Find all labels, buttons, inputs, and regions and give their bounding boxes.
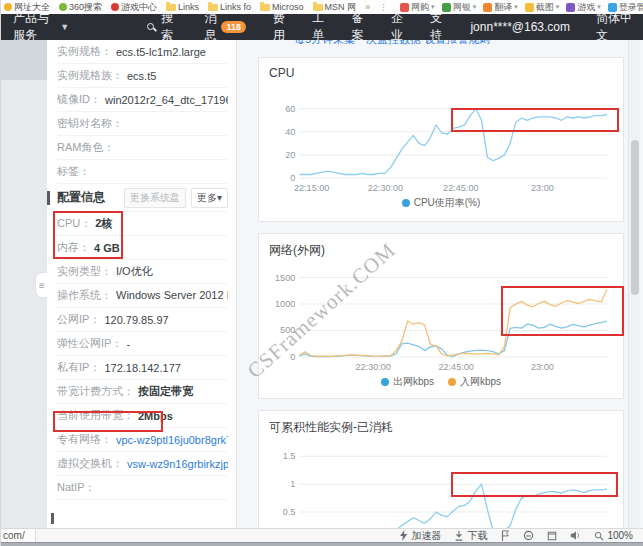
magnifier-icon	[594, 531, 604, 541]
console-navbar: 产品与服务 ▼ 搜索 消息 118 费用工单备案企业支持 jonn****@16…	[1, 14, 643, 40]
burst-credit-chart-canvas: 00.511.5	[269, 438, 613, 528]
search-button[interactable]: 搜索	[147, 10, 176, 44]
detail-row: NatIP：	[57, 476, 228, 500]
detail-row: 实例规格：ecs.t5-lc1m2.large	[57, 40, 228, 64]
window-bottom-edge	[1, 542, 643, 546]
download-button[interactable]: 下载	[454, 529, 487, 543]
nav-item[interactable]: 支持	[430, 10, 442, 44]
svg-text:22:30:00: 22:30:00	[355, 362, 390, 372]
chevron-down-icon: ▾	[556, 3, 560, 11]
browser-mode-button[interactable]	[523, 530, 534, 541]
game-favicon	[111, 3, 119, 11]
replace-system-disk-button[interactable]: 更换系统盘	[124, 188, 186, 208]
page-zoom-control[interactable]: 100%	[594, 530, 633, 541]
chevron-down-icon: ▾	[217, 192, 222, 203]
nav-item[interactable]: 备案	[352, 10, 364, 44]
panel-scrollbar-fragment[interactable]	[51, 513, 54, 524]
detail-value: I/O优化	[116, 264, 153, 279]
svg-text:1.5: 1.5	[283, 451, 296, 461]
scrollbar-thumb[interactable]	[631, 140, 639, 295]
restore-window-button[interactable]	[547, 531, 557, 541]
detail-value-link[interactable]: vpc-wz9ptl16ju0br8grk7yfa	[116, 434, 228, 446]
detail-row: 带宽计费方式：按固定带宽	[57, 380, 228, 404]
toolbar-icon	[483, 3, 492, 12]
window-icon	[547, 531, 557, 541]
detail-value: ecs.t5	[127, 70, 156, 82]
flag-icon	[500, 530, 510, 541]
detail-value: 4 GB	[94, 242, 120, 254]
instance-detail-panel: 实例规格：ecs.t5-lc1m2.large实例规格族：ecs.t5镜像ID：…	[47, 40, 237, 528]
detail-row: 内存：4 GB	[57, 236, 228, 260]
detail-value: 2核	[95, 216, 112, 231]
detail-row: 实例类型：I/O优化	[57, 260, 228, 284]
network-chart-title: 网络(外网)	[269, 242, 613, 259]
accelerator-button[interactable]: 加速器	[399, 529, 441, 543]
svg-text:0.5: 0.5	[283, 507, 296, 517]
detail-value: 2Mbps	[138, 410, 173, 422]
toolbar-icon	[525, 3, 534, 12]
nav-item[interactable]: 工单	[312, 10, 324, 44]
detail-row: 镜像ID：win2012r2_64_dtc_17196_z...	[57, 88, 228, 112]
svg-text:0: 0	[290, 352, 295, 362]
network-chart-panel: 网络(外网) 05001000150022:30:0022:45:0023:00…	[258, 233, 624, 399]
detail-row: 虚拟交换机：vsw-wz9n16grbirkzjpapt8ee	[57, 452, 228, 476]
detail-value: 172.18.142.177	[104, 362, 180, 374]
main-area: ≡ 实例规格：ecs.t5-lc1m2.large实例规格族：ecs.t5镜像I…	[1, 40, 643, 528]
network-chart-canvas: 05001000150022:30:0022:45:0023:00	[269, 261, 613, 373]
flag-button[interactable]	[500, 530, 510, 541]
legend-item: 入网kbps	[448, 375, 501, 389]
detail-value: 120.79.85.97	[104, 314, 168, 326]
messages-menu[interactable]: 消息 118	[204, 10, 246, 44]
globe-favicon	[4, 3, 12, 11]
toolbar-icon	[566, 3, 575, 12]
config-section-header: 配置信息 更换系统盘 更多▾	[57, 184, 228, 212]
chevron-down-icon: ▾	[473, 3, 477, 11]
svg-text:1000: 1000	[275, 299, 295, 309]
nav-item[interactable]: 企业	[391, 10, 403, 44]
detail-row: 实例规格族：ecs.t5	[57, 64, 228, 88]
config-section-title: 配置信息	[57, 189, 105, 206]
detail-row: RAM角色：	[57, 136, 228, 160]
browser-toolbar-item[interactable]: 网银▾	[442, 1, 477, 14]
lightning-icon	[399, 530, 408, 541]
monitoring-charts-area: 每5分钟采集一次监控数据 设置报警规则 CPU 020406022:15:002…	[237, 40, 628, 528]
mute-button[interactable]	[570, 530, 581, 541]
legend-item: 出网kbps	[381, 375, 434, 389]
detail-value: win2012r2_64_dtc_17196_z...	[105, 94, 228, 106]
svg-text:60: 60	[285, 104, 295, 114]
browser-toolbar-item[interactable]: 截图▾	[525, 1, 560, 14]
detail-row: 专有网络：vpc-wz9ptl16ju0br8grk7yfa	[57, 428, 228, 452]
detail-value: Windows Server 2012 R2 数...	[116, 288, 228, 303]
hamburger-icon: ≡	[39, 280, 45, 291]
link-target-hint: com/	[1, 529, 36, 542]
svg-text:0: 0	[290, 173, 295, 183]
cpu-chart-panel: CPU 020406022:15:0022:30:0022:45:0023:00…	[258, 57, 624, 222]
search-icon	[147, 23, 156, 32]
more-button[interactable]: 更多▾	[191, 188, 228, 208]
browser-toolbar-item[interactable]: 翻译▾	[483, 1, 518, 14]
speaker-icon	[570, 530, 581, 541]
products-services-menu[interactable]: 产品与服务 ▼	[13, 10, 69, 44]
detail-row: CPU：2核	[57, 212, 228, 236]
legend-dot-icon	[448, 378, 456, 386]
monitor-info-link-clipped[interactable]: 每5分钟采集一次监控数据 设置报警规则	[294, 40, 624, 47]
svg-text:500: 500	[280, 326, 295, 336]
burst-credit-chart-panel: 可累积性能实例-已消耗 00.511.5	[258, 410, 624, 528]
detail-value-link[interactable]: vsw-wz9n16grbirkzjpapt8ee	[127, 458, 228, 470]
account-menu[interactable]: jonn****@163.com	[470, 20, 570, 34]
chevron-down-icon: ▾	[514, 3, 518, 11]
cpu-chart-title: CPU	[269, 66, 613, 80]
zoom-level-label: 100%	[607, 530, 633, 541]
vertical-scrollbar	[628, 40, 640, 528]
products-services-label: 产品与服务	[13, 10, 56, 44]
nav-item[interactable]: 费用	[273, 10, 285, 44]
cpu-chart-canvas: 020406022:15:0022:30:0022:45:0023:00	[269, 82, 613, 194]
detail-row: 弹性公网IP：-	[57, 332, 228, 356]
toolbar-icon	[442, 3, 451, 12]
detail-row: 密钥对名称：	[57, 112, 228, 136]
download-icon	[454, 530, 464, 541]
svg-text:22:45:00: 22:45:00	[438, 362, 473, 372]
burst-credit-chart-title: 可累积性能实例-已消耗	[269, 419, 613, 436]
detail-row: 私有IP：172.18.142.177	[57, 356, 228, 380]
language-selector[interactable]: 简体中文	[596, 10, 633, 44]
